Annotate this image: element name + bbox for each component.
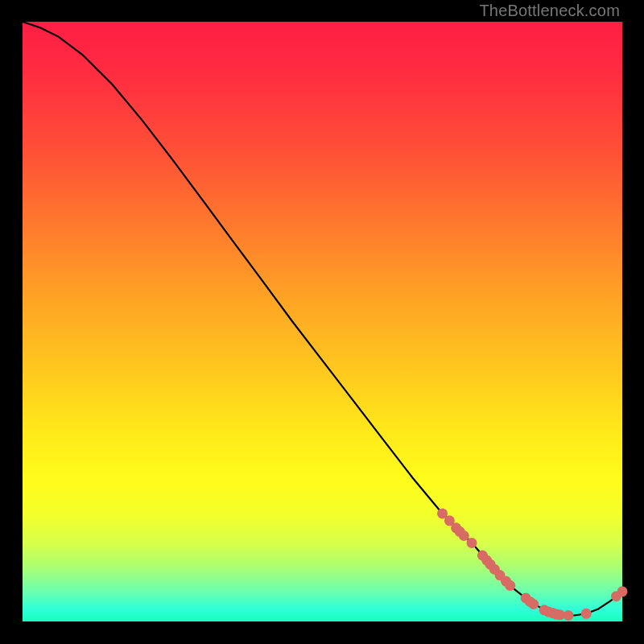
- chart-markers: [437, 508, 628, 621]
- data-point-marker: [617, 586, 628, 597]
- data-point-marker: [581, 609, 592, 619]
- watermark-text: TheBottleneck.com: [479, 2, 620, 20]
- data-point-marker: [459, 530, 469, 541]
- chart-svg: [23, 22, 622, 621]
- data-point-marker: [528, 599, 539, 609]
- chart-curve: [23, 22, 622, 616]
- chart-plot-area: [23, 22, 622, 621]
- data-point-marker: [467, 538, 477, 548]
- data-point-marker: [505, 580, 515, 591]
- data-point-marker: [564, 610, 574, 621]
